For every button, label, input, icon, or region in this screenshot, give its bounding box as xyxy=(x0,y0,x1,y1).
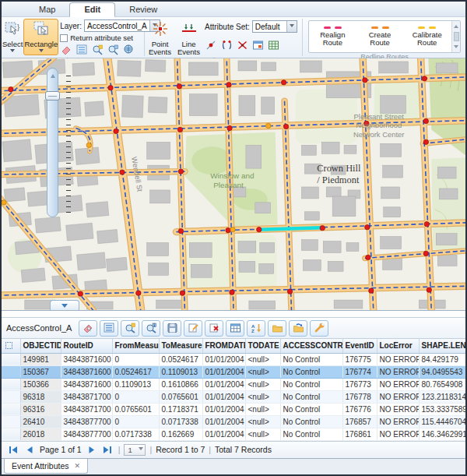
cell-locerror[interactable]: NO ERROR xyxy=(377,353,419,365)
cell-frommeasure[interactable]: 0 xyxy=(112,353,159,365)
row-selector[interactable] xyxy=(2,390,20,403)
page-number-select[interactable]: 1 xyxy=(124,444,146,456)
cell-frommeasure[interactable]: 0.0524617 xyxy=(112,365,159,378)
rectangle-select-button[interactable]: Rectangle xyxy=(23,19,58,55)
cell-frommeasure[interactable]: 0.1109013 xyxy=(112,378,159,390)
cell-fromdate[interactable]: 01/01/2004 xyxy=(202,378,245,390)
cell-eventid[interactable]: 176774 xyxy=(342,365,377,378)
cell-tomeasure[interactable]: 0.1718371 xyxy=(159,403,202,415)
cell-eventid[interactable]: 176773 xyxy=(342,378,377,390)
column-header-tomeasure[interactable]: ToMeasure xyxy=(159,339,202,353)
last-page-button[interactable] xyxy=(102,444,114,456)
calibrate-route-button[interactable]: Calibrate Route xyxy=(403,21,451,52)
cell-tomeasure[interactable]: 0.1109013 xyxy=(159,365,202,378)
column-header-todate[interactable]: TODATE xyxy=(245,339,280,353)
select-records-button[interactable] xyxy=(79,320,97,337)
cell-shape-len[interactable]: 84.429179 xyxy=(419,353,465,365)
clear-selection-icon[interactable] xyxy=(60,44,73,56)
row-selector[interactable] xyxy=(2,403,20,415)
select-on-map-icon[interactable] xyxy=(122,44,135,56)
cell-todate[interactable]: <null> xyxy=(245,378,280,390)
return-attribute-set-checkbox[interactable] xyxy=(60,34,68,42)
cell-todate[interactable]: <null> xyxy=(245,365,280,378)
cell-routeid[interactable]: 34843871600 xyxy=(61,365,112,378)
cell-routeid[interactable]: 34843871600 xyxy=(61,353,112,365)
event-attributes-tab[interactable]: Event Attributes ✕ xyxy=(4,459,88,474)
scroll-up-icon[interactable] xyxy=(454,23,458,28)
close-tab-icon[interactable]: ✕ xyxy=(75,462,81,470)
cell-tomeasure[interactable]: 0.0765601 xyxy=(159,390,202,403)
cell-accesscontrol[interactable]: No Control xyxy=(280,403,342,415)
split-event-icon[interactable] xyxy=(236,39,249,51)
cell-objectid[interactable]: 26018 xyxy=(20,428,61,440)
cell-locerror[interactable]: NO ERROR xyxy=(377,365,419,378)
table-row[interactable]: 963183484387170000.076560101/01/2004<nul… xyxy=(2,390,465,403)
attribute-set-combobox[interactable]: Default xyxy=(252,20,297,33)
cell-shape-len[interactable]: 123.2118314 xyxy=(419,390,465,403)
zoom-to-selection-button[interactable] xyxy=(121,320,139,337)
column-header-accesscontrol[interactable]: ACCESSCONTROL xyxy=(280,339,342,353)
cell-shape-len[interactable]: 94.0495543 xyxy=(419,365,465,378)
first-page-button[interactable] xyxy=(7,444,19,456)
create-route-button[interactable]: Create Route xyxy=(356,21,404,52)
row-selector[interactable] xyxy=(2,378,20,390)
map-view[interactable]: Wendell St Pleasant Street Neighborhood … xyxy=(2,58,465,311)
cell-eventid[interactable]: 176861 xyxy=(342,428,377,440)
cell-shape-len[interactable]: 115.4446704 xyxy=(419,415,465,428)
cell-objectid[interactable]: 26410 xyxy=(20,415,61,428)
cell-routeid[interactable]: 34843871600 xyxy=(61,378,112,390)
cell-objectid[interactable]: 150366 xyxy=(20,378,61,390)
line-events-button[interactable]: Line Events xyxy=(174,19,203,57)
column-header-eventid[interactable]: EventID xyxy=(342,339,377,353)
scrollbar-thumb[interactable] xyxy=(454,32,459,41)
realign-route-button[interactable]: Realign Route xyxy=(309,21,356,52)
row-selector[interactable] xyxy=(2,415,20,428)
cell-accesscontrol[interactable]: No Control xyxy=(280,428,342,440)
cell-frommeasure[interactable]: 0.0765601 xyxy=(112,403,159,415)
cell-tomeasure[interactable]: 0.162669 xyxy=(159,428,202,440)
cell-accesscontrol[interactable]: No Control xyxy=(280,415,342,428)
zoom-in-arrow-icon[interactable] xyxy=(51,72,55,78)
cell-tomeasure[interactable]: 0.0717338 xyxy=(159,415,202,428)
cell-fromdate[interactable]: 01/01/2004 xyxy=(202,403,245,415)
cell-fromdate[interactable]: 01/01/2004 xyxy=(202,390,245,403)
cell-todate[interactable]: <null> xyxy=(245,428,280,440)
column-header-frommeasure[interactable]: FromMeasure xyxy=(112,339,159,353)
event-window-icon[interactable] xyxy=(251,39,265,51)
table-row[interactable]: 264103484387770000.071733801/01/2004<nul… xyxy=(2,415,465,428)
delete-record-button[interactable] xyxy=(205,320,223,337)
cell-todate[interactable]: <null> xyxy=(245,353,280,365)
cell-locerror[interactable]: NO ERROR xyxy=(377,378,419,390)
attribute-set-combobox-arrow[interactable] xyxy=(286,21,297,32)
pan-to-selection-button[interactable]: 1 xyxy=(142,320,160,337)
table-row[interactable]: 26018348438777000.07173380.16266901/01/2… xyxy=(2,428,465,440)
select-by-attributes-icon[interactable] xyxy=(91,44,104,56)
map-zoom-slider[interactable] xyxy=(47,68,79,224)
table-row[interactable]: 150367348438716000.05246170.110901301/01… xyxy=(2,365,465,378)
previous-page-button[interactable] xyxy=(23,444,36,456)
cell-frommeasure[interactable]: 0 xyxy=(112,415,159,428)
cell-accesscontrol[interactable]: No Control xyxy=(280,365,342,378)
cell-accesscontrol[interactable]: No Control xyxy=(280,390,342,403)
row-selector[interactable] xyxy=(2,365,20,378)
point-events-button[interactable]: Point Events xyxy=(146,19,174,57)
cell-tomeasure[interactable]: 0.1610866 xyxy=(159,378,202,390)
next-page-button[interactable] xyxy=(86,444,98,456)
selection-list-icon[interactable] xyxy=(75,44,89,56)
select-button[interactable]: } Select xyxy=(2,19,23,55)
cell-tomeasure[interactable]: 0.0524617 xyxy=(159,353,202,365)
apply-attribute-set-button[interactable] xyxy=(289,320,307,337)
column-header-fromdate[interactable]: FROMDATE xyxy=(202,339,245,353)
cell-routeid[interactable]: 34843871700 xyxy=(61,403,112,415)
add-point-event-icon[interactable] xyxy=(205,39,218,51)
cell-shape-len[interactable]: 153.3337589 xyxy=(419,403,465,415)
cell-eventid[interactable]: 176776 xyxy=(342,403,377,415)
sort-records-button[interactable]: AZ xyxy=(247,320,265,337)
cell-objectid[interactable]: 150367 xyxy=(20,365,61,378)
cell-locerror[interactable]: NO ERROR xyxy=(377,415,419,428)
attribute-grid-icon[interactable] xyxy=(267,39,280,51)
cell-fromdate[interactable]: 01/01/2004 xyxy=(202,365,245,378)
row-selector-header[interactable] xyxy=(2,339,20,353)
tab-review[interactable]: Review xyxy=(115,3,171,16)
column-header-shape-len[interactable]: SHAPE.LEN xyxy=(419,339,465,353)
